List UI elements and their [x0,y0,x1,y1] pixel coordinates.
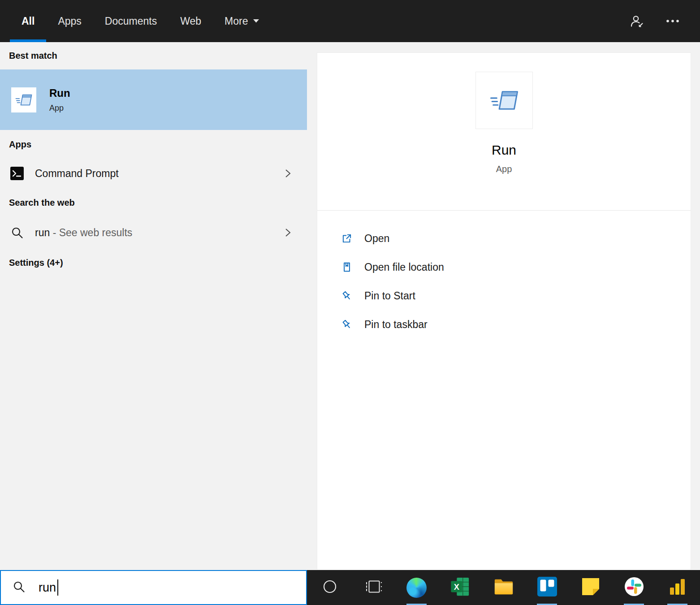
topbar-actions [629,0,700,42]
preview-actions: Open Open file location Pin to Start [317,211,691,339]
chevron-down-icon [253,19,259,23]
result-command-prompt[interactable]: Command Prompt [0,159,307,188]
task-view-icon [363,577,383,598]
edge-icon [406,578,427,598]
action-pin-to-taskbar[interactable]: Pin to taskbar [317,310,691,339]
preview-panel-background: Run App Open Open file location [307,42,700,570]
taskbar-trello-button[interactable] [525,570,569,605]
section-header-apps: Apps [0,130,307,159]
search-text: run [39,581,56,595]
svg-text:X: X [454,583,459,592]
excel-icon: X [450,576,471,599]
preview-header: Run App [317,53,691,211]
best-match-subtitle: App [49,104,70,113]
action-label: Pin to Start [364,290,415,302]
cortana-icon [320,577,340,598]
web-suffix: - See web results [53,227,133,238]
chevron-right-icon[interactable] [285,169,291,178]
search-input[interactable]: run [0,570,307,605]
chevron-right-icon[interactable] [285,228,291,238]
pin-icon [341,290,353,302]
search-results-panel: Best match Run App Apps Command Prompt [0,42,307,570]
tab-apps[interactable]: Apps [46,0,93,42]
taskbar-edge-button[interactable] [395,570,438,605]
result-label: Command Prompt [35,168,119,180]
taskbar-slack-button[interactable] [612,570,656,605]
search-topbar: All Apps Documents Web More [0,0,700,42]
taskbar-power-bi-button[interactable] [656,570,699,605]
search-filter-tabs: All Apps Documents Web More [10,0,271,42]
preview-subtitle: App [496,164,512,174]
power-bi-icon [668,577,687,598]
action-label: Open [364,233,389,245]
slack-icon [624,577,644,598]
pin-icon [341,319,353,330]
run-app-icon [11,87,36,112]
trello-icon [537,577,557,598]
section-header-search-the-web: Search the web [0,188,307,217]
taskbar-task-view-button[interactable] [351,570,395,605]
search-icon [13,580,25,595]
section-header-best-match: Best match [0,42,307,69]
taskbar-file-explorer-button[interactable] [482,570,525,605]
preview-pane: Run App Open Open file location [317,52,691,570]
taskbar-cortana-button[interactable] [308,570,351,605]
preview-title: Run [492,143,516,158]
open-file-location-icon [341,261,353,273]
taskbar-excel-button[interactable]: X [438,570,482,605]
web-query: run [35,227,50,238]
action-pin-to-start[interactable]: Pin to Start [317,281,691,310]
best-match-result-run[interactable]: Run App [0,69,307,130]
taskbar: X [307,570,700,605]
sticky-notes-icon [581,577,600,598]
account-icon[interactable] [629,13,644,29]
action-open[interactable]: Open [317,224,691,253]
search-icon [10,226,24,239]
file-explorer-icon [493,576,514,599]
tab-web[interactable]: Web [169,0,213,42]
action-open-file-location[interactable]: Open file location [317,253,691,281]
action-label: Open file location [364,261,444,273]
command-prompt-icon [10,167,24,180]
best-match-title: Run [49,87,70,99]
ellipsis-icon[interactable] [666,19,679,23]
tab-documents[interactable]: Documents [93,0,169,42]
section-header-settings: Settings (4+) [0,248,307,277]
action-label: Pin to taskbar [364,319,428,331]
taskbar-sticky-notes-button[interactable] [569,570,612,605]
tab-all[interactable]: All [10,0,46,42]
result-web-search[interactable]: run - See web results [0,217,307,248]
text-caret [57,579,58,596]
tab-more[interactable]: More [213,0,271,42]
run-app-icon-large [475,72,533,129]
open-icon [341,233,353,244]
